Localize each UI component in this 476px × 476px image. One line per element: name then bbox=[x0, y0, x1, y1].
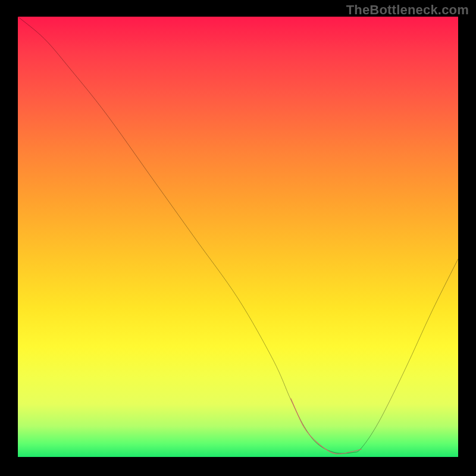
bottleneck-curve bbox=[18, 17, 458, 453]
trough-highlight bbox=[291, 399, 361, 454]
watermark-text: TheBottleneck.com bbox=[346, 2, 469, 18]
plot-area bbox=[18, 17, 458, 457]
chart-frame: TheBottleneck.com bbox=[0, 0, 476, 476]
curve-svg bbox=[18, 17, 458, 457]
